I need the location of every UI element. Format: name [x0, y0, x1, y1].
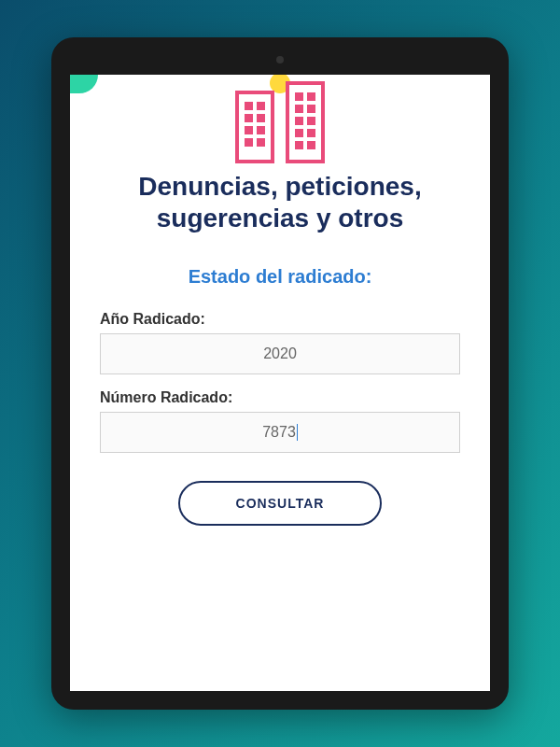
camera-dot: [276, 56, 284, 63]
number-label: Número Radicado:: [100, 389, 460, 406]
buildings-icon: [224, 75, 336, 163]
text-cursor: [297, 424, 298, 441]
page-title: Denuncias, peticiones, sugerencias y otr…: [89, 171, 471, 233]
section-subtitle: Estado del radicado:: [89, 266, 471, 288]
submit-button[interactable]: CONSULTAR: [178, 481, 383, 526]
main-content: Denuncias, peticiones, sugerencias y otr…: [70, 75, 490, 544]
number-value: 7873: [262, 424, 296, 441]
number-input[interactable]: 7873: [100, 412, 460, 453]
year-label: Año Radicado:: [100, 311, 460, 328]
app-screen: Denuncias, peticiones, sugerencias y otr…: [70, 75, 490, 691]
lookup-form: Año Radicado: Número Radicado: 7873 CONS…: [89, 311, 471, 526]
tablet-frame: Denuncias, peticiones, sugerencias y otr…: [51, 37, 509, 710]
year-input[interactable]: [100, 333, 460, 374]
buildings-icon-container: [89, 75, 471, 163]
